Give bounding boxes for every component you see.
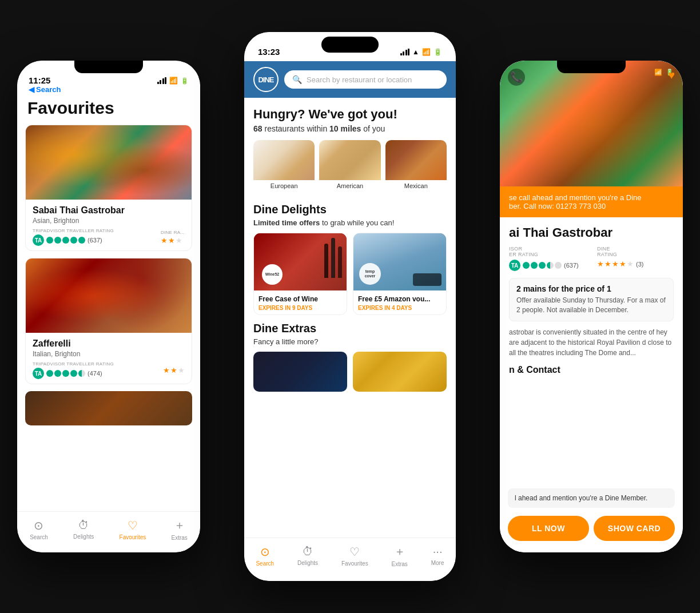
dine-stars-2: ★ ★ ★ xyxy=(163,366,185,375)
location-section-title: n & Contact xyxy=(509,365,674,375)
mexican-label: Mexican xyxy=(385,180,447,192)
search-bar[interactable]: 🔍 Search by restaurant or location xyxy=(284,70,447,89)
center-phone: 13:23 ▲ 📶 🔋 DINE xyxy=(244,32,456,581)
mention-banner: l ahead and mention you're a Dine Member… xyxy=(508,488,675,508)
extras-row xyxy=(253,352,447,392)
search-icon-center: ⊙ xyxy=(260,545,270,559)
right-notch xyxy=(557,61,626,73)
dine-extras-title: Dine Extras xyxy=(244,315,456,337)
delights-icon-left: ⏱ xyxy=(78,519,89,532)
tripadvisor-logo-1: TA xyxy=(33,234,44,246)
dynamic-island xyxy=(321,37,379,53)
left-phone: 11:25 ◀ Search 📶 🔋 xyxy=(17,61,200,552)
more-icon-center: ··· xyxy=(433,545,443,558)
wine-deal-card[interactable]: Wine52 Free Case of Wine EXPIRES IN 9 DA… xyxy=(253,233,347,315)
tempcover-deal-expires: EXPIRES IN 4 DAYS xyxy=(358,305,442,311)
wine-deal-expires: EXPIRES IN 9 DAYS xyxy=(258,305,342,311)
american-label: American xyxy=(319,180,380,192)
left-nav-favourites[interactable]: ♡ Favourites xyxy=(120,519,146,540)
left-nav-extras[interactable]: ＋ Extras xyxy=(172,518,188,541)
ratings-section: ISOR ER RATING TA xyxy=(509,246,674,271)
tripadvisor-label-1: TRIPADVISOR TRAVELLER RATING xyxy=(33,228,114,233)
cuisine-european[interactable]: European xyxy=(253,140,315,192)
call-banner: se call ahead and mention you're a Dine … xyxy=(500,186,683,217)
cuisine-american[interactable]: American xyxy=(319,140,380,192)
favourites-icon-left: ♡ xyxy=(128,519,138,532)
tripadvisor-logo-2: TA xyxy=(33,368,44,379)
left-status-icons: 📶 🔋 xyxy=(157,77,189,85)
call-now-button[interactable]: LL NOW xyxy=(508,516,589,541)
european-label: European xyxy=(253,180,315,192)
dine-delights-section: Dine Delights Limited time offers to gra… xyxy=(244,196,456,315)
phone-icon[interactable]: 📞 xyxy=(508,69,525,86)
center-nav-more[interactable]: ··· More xyxy=(431,545,444,566)
right-restaurant-name: ai Thai Gastrobar xyxy=(509,225,674,240)
center-nav-favourites[interactable]: ♡ Favourites xyxy=(341,545,368,567)
right-phone: 📶 🔋 📞 ♥ se call ahead and mention you're… xyxy=(500,61,683,552)
dine-stars-1: ★ ★ ★ xyxy=(161,236,185,245)
center-time: 13:23 xyxy=(258,42,280,57)
center-scroll: Hungry? We've got you! 68 restaurants wi… xyxy=(244,98,456,538)
pizza-restaurant-name: Zafferelli xyxy=(33,339,185,349)
dine-extras-subtitle: Fancy a little more? xyxy=(244,337,456,352)
right-tripadvisor-logo: TA xyxy=(509,260,520,271)
tempcover-deal-title: Free £5 Amazon vou... xyxy=(358,295,442,303)
mexican-image xyxy=(385,140,447,180)
restaurant-card-thai[interactable]: Sabai Thai Gastrobar Asian, Brighton TRI… xyxy=(25,125,192,251)
dine-extras-section: Dine Extras Fancy a little more? xyxy=(244,315,456,397)
hero-section: Hungry? We've got you! 68 restaurants wi… xyxy=(244,98,456,196)
center-nav-extras[interactable]: ＋ Extras xyxy=(392,544,408,567)
search-icon-left: ⊙ xyxy=(34,519,43,532)
offer-title: 2 mains for the price of 1 xyxy=(516,284,666,293)
american-image xyxy=(319,140,380,180)
extras-cards xyxy=(244,352,456,397)
right-dine-stars: ★ ★ ★ ★ ★ (3) xyxy=(597,260,674,268)
restaurant-card-pizza[interactable]: Zafferelli Italian, Brighton TRIPADVISOR… xyxy=(25,258,192,384)
extras-icon-left: ＋ xyxy=(174,518,185,533)
right-cta-row: LL NOW SHOW CARD xyxy=(500,510,683,552)
tripadvisor-label-2: TRIPADVISOR TRAVELLER RATING xyxy=(33,361,114,367)
thai-cuisine: Asian, Brighton xyxy=(33,217,185,225)
green-rating-1 xyxy=(46,237,85,244)
dine-logo: DINE xyxy=(253,67,279,92)
center-header: DINE 🔍 Search by restaurant or location xyxy=(244,61,456,98)
right-dine-count: (3) xyxy=(636,261,643,268)
back-nav[interactable]: ◀ Search xyxy=(29,85,61,94)
wine52-badge: Wine52 xyxy=(262,264,283,285)
show-card-button[interactable]: SHOW CARD xyxy=(594,516,675,541)
search-icon: 🔍 xyxy=(292,75,302,84)
center-nav-delights[interactable]: ⏱ Delights xyxy=(297,545,318,566)
left-time: 11:25 xyxy=(29,67,61,85)
wine-deal-title: Free Case of Wine xyxy=(258,295,342,303)
right-green-rating xyxy=(523,262,562,269)
extra-gold-card[interactable] xyxy=(353,352,447,392)
center-nav-search[interactable]: ⊙ Search xyxy=(256,545,274,567)
third-card-image xyxy=(25,391,192,425)
dine-rating-col: DINE RATING ★ ★ ★ ★ ★ (3) xyxy=(597,246,674,271)
heart-icon[interactable]: ♥ xyxy=(668,69,675,82)
call-banner-text: se call ahead and mention you're a Dine xyxy=(509,193,674,202)
delights-icon-center: ⏱ xyxy=(302,545,313,558)
left-nav-search[interactable]: ⊙ Search xyxy=(30,519,48,540)
cuisine-row: European American Mexican xyxy=(253,140,447,192)
call-banner-text2: ber. Call now: 01273 773 030 xyxy=(509,202,674,210)
left-notch xyxy=(74,61,143,73)
left-bottom-nav: ⊙ Search ⏱ Delights ♡ Favourites ＋ Extra… xyxy=(17,511,200,552)
right-tripadvisor-stars: TA (637) xyxy=(509,260,586,271)
extra-dark-card[interactable] xyxy=(253,352,347,392)
hero-title: Hungry? We've got you! xyxy=(253,107,447,122)
rating-count-2: (474) xyxy=(88,370,102,377)
cuisine-mexican[interactable]: Mexican xyxy=(385,140,447,192)
center-bottom-nav: ⊙ Search ⏱ Delights ♡ Favourites ＋ Extra… xyxy=(244,538,456,581)
offer-box: 2 mains for the price of 1 Offer availab… xyxy=(509,278,674,321)
offer-desc: Offer available Sunday to Thursday. For … xyxy=(516,296,666,315)
left-nav-delights[interactable]: ⏱ Delights xyxy=(73,519,94,540)
favourites-title: Favourites xyxy=(17,96,200,125)
wine-deal-image: Wine52 xyxy=(254,233,347,290)
right-body: ai Thai Gastrobar ISOR ER RATING TA xyxy=(500,217,683,488)
wine-deal-info: Free Case of Wine EXPIRES IN 9 DAYS xyxy=(254,290,347,315)
tempcover-deal-info: Free £5 Amazon vou... EXPIRES IN 4 DAYS xyxy=(353,290,446,315)
tempcover-badge: tempcover xyxy=(359,263,381,285)
green-rating-2 xyxy=(46,370,85,377)
tempcover-deal-card[interactable]: tempcover Free £5 Amazon vou... EXPIRES … xyxy=(353,233,447,315)
